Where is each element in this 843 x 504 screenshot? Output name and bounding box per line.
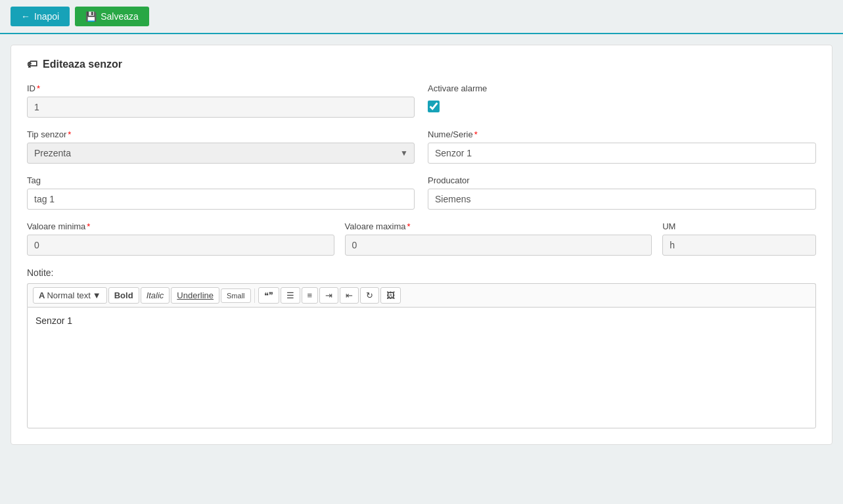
ordered-list-button[interactable]: ≡ <box>302 287 319 304</box>
quote-icon: ❝❞ <box>264 290 273 300</box>
tip-senzor-label: Tip senzor* <box>27 129 415 139</box>
save-icon: 💾 <box>85 11 97 22</box>
back-label: Inapoi <box>34 11 59 22</box>
id-input[interactable] <box>27 97 415 118</box>
id-group: ID* <box>27 83 415 118</box>
tip-senzor-select[interactable]: Prezenta Temperatura Umiditate Presiune <box>27 143 415 164</box>
indent-button[interactable]: ⇥ <box>319 287 338 304</box>
nume-serie-input[interactable] <box>428 143 816 164</box>
underline-button[interactable]: Underline <box>171 287 219 304</box>
card-title: 🏷 Editeaza senzor <box>27 58 816 70</box>
nume-serie-group: Nume/Serie* <box>428 129 816 164</box>
ordered-list-icon: ≡ <box>308 290 313 300</box>
redo-button[interactable]: ↻ <box>360 287 379 304</box>
indent-icon: ⇥ <box>325 290 332 300</box>
row-id-alarme: ID* Activare alarme <box>27 83 816 118</box>
font-icon: A <box>39 290 45 300</box>
unordered-list-button[interactable]: ☰ <box>281 287 300 304</box>
top-bar: ← Inapoi 💾 Salveaza <box>0 0 843 34</box>
id-label: ID* <box>27 83 415 93</box>
italic-button[interactable]: Italic <box>141 287 170 304</box>
image-icon: 🖼 <box>386 290 395 300</box>
normal-text-button[interactable]: A Normal text ▼ <box>33 287 107 304</box>
dropdown-arrow-icon: ▼ <box>93 290 101 300</box>
tag-group: Tag <box>27 175 415 210</box>
activare-alarme-checkbox[interactable] <box>428 101 440 112</box>
redo-icon: ↻ <box>366 290 373 300</box>
valoare-maxima-group: Valoare maxima* <box>345 221 652 256</box>
main-card: 🏷 Editeaza senzor ID* Activare alarme Ti… <box>11 45 832 445</box>
nume-serie-label: Nume/Serie* <box>428 129 816 139</box>
valoare-maxima-label: Valoare maxima* <box>345 221 652 231</box>
producator-group: Producator <box>428 175 816 210</box>
save-button[interactable]: 💾 Salveaza <box>75 7 149 26</box>
um-group: UM <box>662 221 816 256</box>
list-icon: ☰ <box>286 290 294 300</box>
toolbar-separator-1 <box>254 288 255 303</box>
tag-icon: 🏷 <box>27 58 37 70</box>
bold-button[interactable]: Bold <box>108 287 139 304</box>
valoare-minima-input[interactable] <box>27 235 334 256</box>
um-label: UM <box>662 221 816 231</box>
save-label: Salveaza <box>101 11 139 22</box>
activare-alarme-group: Activare alarme <box>428 83 816 118</box>
activare-alarme-label: Activare alarme <box>428 83 816 93</box>
tip-senzor-wrapper: Prezenta Temperatura Umiditate Presiune … <box>27 143 415 164</box>
editor-toolbar: A Normal text ▼ Bold Italic Underline Sm… <box>27 283 816 307</box>
blockquote-button[interactable]: ❝❞ <box>258 287 279 304</box>
row-values: Valoare minima* Valoare maxima* UM <box>27 221 816 256</box>
outdent-icon: ⇤ <box>346 290 353 300</box>
tip-senzor-group: Tip senzor* Prezenta Temperatura Umidita… <box>27 129 415 164</box>
notite-section: Notite: A Normal text ▼ Bold Italic Unde… <box>27 267 816 428</box>
valoare-minima-group: Valoare minima* <box>27 221 334 256</box>
valoare-minima-label: Valoare minima* <box>27 221 334 231</box>
producator-label: Producator <box>428 175 816 185</box>
um-input[interactable] <box>662 235 816 256</box>
valoare-maxima-input[interactable] <box>345 235 652 256</box>
back-button[interactable]: ← Inapoi <box>11 7 70 26</box>
image-button[interactable]: 🖼 <box>380 287 401 304</box>
arrow-left-icon: ← <box>21 11 30 22</box>
notite-label: Notite: <box>27 267 816 278</box>
tag-input[interactable] <box>27 189 415 210</box>
row-tag-producator: Tag Producator <box>27 175 816 210</box>
outdent-button[interactable]: ⇤ <box>340 287 359 304</box>
tag-label: Tag <box>27 175 415 185</box>
notite-editor[interactable]: Senzor 1 <box>27 307 816 428</box>
activare-alarme-checkbox-group <box>428 101 816 112</box>
small-button[interactable]: Small <box>221 288 251 303</box>
producator-input[interactable] <box>428 189 816 210</box>
row-tip-nume: Tip senzor* Prezenta Temperatura Umidita… <box>27 129 816 164</box>
